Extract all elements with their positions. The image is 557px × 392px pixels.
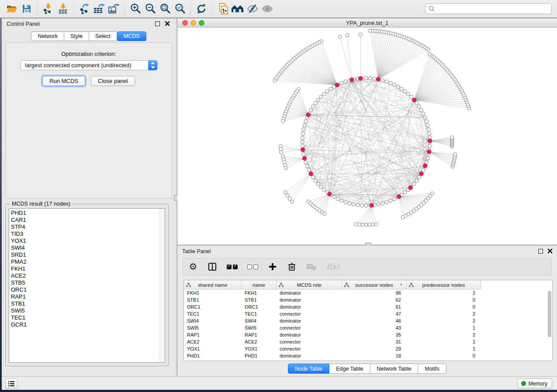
mcds-result-item[interactable]: TEC1 bbox=[11, 314, 159, 321]
table-cell: 47 bbox=[342, 310, 407, 317]
float-panel-icon[interactable] bbox=[538, 249, 543, 254]
houses-icon[interactable] bbox=[230, 2, 245, 16]
column-header-label: name bbox=[253, 282, 265, 288]
run-mcds-button[interactable]: Run MCDS bbox=[42, 76, 85, 86]
mcds-result-list: PHD1CAR1STP4TID3YOX1SWI4SRD1PMA2FKH1ACE2… bbox=[11, 210, 159, 328]
export-table-icon[interactable] bbox=[92, 2, 107, 16]
settings-gear-icon[interactable]: ⚙ bbox=[188, 261, 198, 272]
table-row[interactable]: PHD1PHD1dominator180 bbox=[184, 352, 552, 359]
tab-mcds[interactable]: MCDS bbox=[117, 31, 146, 41]
mcds-result-item[interactable]: STP4 bbox=[11, 224, 159, 230]
table-cell: dominator bbox=[277, 317, 342, 324]
search-input[interactable] bbox=[435, 4, 551, 13]
column-header-label: MCDS role bbox=[297, 282, 321, 288]
table-row[interactable]: SWI4SWI4dominator462 bbox=[184, 317, 552, 324]
tab-network-table[interactable]: Network Table bbox=[370, 364, 419, 374]
toolbar-separator bbox=[212, 2, 212, 15]
mcds-result-item[interactable]: FKH1 bbox=[11, 265, 159, 272]
table-cell: 1 bbox=[407, 338, 481, 345]
columns-icon[interactable] bbox=[208, 261, 217, 272]
mcds-result-item[interactable]: PHD1 bbox=[11, 210, 159, 217]
table-cell: ACE2 bbox=[184, 338, 242, 345]
mcds-result-item[interactable]: PMA2 bbox=[11, 258, 159, 265]
zoom-out-icon[interactable] bbox=[143, 2, 158, 16]
select-all-icon[interactable] bbox=[227, 261, 238, 272]
mcds-result-item[interactable]: SWI4 bbox=[11, 244, 159, 251]
table-scrollbar[interactable] bbox=[547, 290, 552, 361]
table-row[interactable]: RAP1RAP1dominator352 bbox=[184, 331, 552, 338]
network-titlebar: YPA_prune.txt_1 bbox=[177, 18, 557, 28]
column-header-MCDS-role[interactable]: MCDS role bbox=[277, 280, 342, 289]
close-panel-icon[interactable] bbox=[164, 21, 170, 27]
scrollbar-thumb[interactable] bbox=[548, 291, 551, 337]
tab-network[interactable]: Network bbox=[31, 31, 64, 41]
table-row[interactable]: ACE2ACE2connector311 bbox=[184, 338, 552, 345]
mcds-result-item[interactable]: STB5 bbox=[11, 279, 159, 286]
tab-motifs[interactable]: Motifs bbox=[418, 364, 446, 374]
table-cell: dominator bbox=[277, 331, 342, 338]
table-cell: 0 bbox=[407, 296, 481, 303]
zoom-in-icon[interactable] bbox=[128, 2, 143, 16]
tab-node-table[interactable]: Node Table bbox=[288, 364, 329, 374]
float-panel-icon[interactable] bbox=[155, 21, 160, 26]
mcds-result-item[interactable]: TID3 bbox=[11, 230, 159, 237]
table-cell: TEC1 bbox=[184, 310, 242, 317]
export-image-icon[interactable] bbox=[107, 2, 121, 16]
add-column-icon[interactable] bbox=[268, 261, 277, 272]
list-scrollbar[interactable] bbox=[159, 209, 165, 362]
control-panel-title: Control Panel bbox=[7, 21, 40, 27]
mcds-result-item[interactable]: GCR1 bbox=[11, 321, 159, 328]
mcds-result-item[interactable]: CAR1 bbox=[11, 217, 159, 224]
zoom-fit-icon[interactable] bbox=[158, 2, 173, 16]
close-panel-icon[interactable] bbox=[547, 248, 553, 254]
column-header-label: predecessor nodes bbox=[422, 282, 465, 288]
status-bar: Memory bbox=[2, 376, 557, 390]
table-row[interactable]: YOX1YOX1connector291 bbox=[184, 345, 552, 352]
clone-network-icon[interactable] bbox=[215, 2, 230, 16]
column-header-predecessor-nodes[interactable]: predecessor nodes bbox=[407, 280, 481, 289]
show-network-eye-icon[interactable] bbox=[260, 2, 275, 16]
table-cell: 46 bbox=[342, 317, 407, 324]
mcds-result-item[interactable]: ORC1 bbox=[11, 286, 159, 293]
tab-select[interactable]: Select bbox=[89, 31, 117, 41]
import-table-icon[interactable] bbox=[55, 2, 70, 16]
table-row[interactable]: FKH1FKH1dominator962 bbox=[184, 289, 552, 296]
tab-edge-table[interactable]: Edge Table bbox=[329, 364, 370, 374]
table-row[interactable]: ORC1ORC1dominator610 bbox=[184, 303, 552, 310]
table-cell: FKH1 bbox=[242, 289, 277, 296]
tab-style[interactable]: Style bbox=[64, 31, 89, 41]
column-header-name[interactable]: name bbox=[242, 280, 277, 289]
export-network-icon[interactable] bbox=[77, 2, 92, 16]
task-history-button[interactable] bbox=[5, 378, 17, 389]
table-cell: SWI5 bbox=[184, 324, 242, 331]
memory-button[interactable]: Memory bbox=[517, 378, 552, 389]
optimization-criterion-select[interactable]: largest connected component (undirected) bbox=[21, 60, 158, 70]
table-row[interactable]: TEC1TEC1connector472 bbox=[184, 310, 552, 317]
network-window: YPA_prune.txt_1 bbox=[177, 18, 557, 244]
column-header-shared-name[interactable]: shared name bbox=[184, 280, 242, 289]
mcds-result-item[interactable]: YOX1 bbox=[11, 237, 159, 244]
network-canvas[interactable] bbox=[177, 28, 557, 244]
mcds-result-item[interactable]: SWI5 bbox=[11, 307, 159, 314]
refresh-icon[interactable] bbox=[194, 2, 209, 16]
close-panel-button[interactable]: Close panel bbox=[91, 76, 135, 86]
table-row[interactable]: SWI5SWI5connector431 bbox=[184, 324, 552, 331]
hide-network-eye-icon[interactable] bbox=[245, 2, 260, 16]
trash-icon[interactable] bbox=[287, 261, 297, 272]
table-cell: FKH1 bbox=[184, 289, 242, 296]
save-icon[interactable] bbox=[19, 2, 34, 16]
import-network-icon[interactable] bbox=[41, 2, 55, 16]
control-tabs: NetworkStyleSelectMCDS bbox=[2, 31, 176, 41]
mcds-result-item[interactable]: RAP1 bbox=[11, 293, 159, 300]
table-cell: 1 bbox=[407, 324, 481, 331]
table-cell: PHD1 bbox=[242, 352, 277, 359]
mcds-result-item[interactable]: ACE2 bbox=[11, 272, 159, 279]
column-header-successor-nodes[interactable]: successor nodes⌄ bbox=[342, 280, 407, 289]
toolbar-separator bbox=[125, 2, 125, 15]
zoom-selected-icon[interactable] bbox=[173, 2, 187, 16]
open-icon[interactable] bbox=[4, 2, 19, 16]
deselect-all-icon[interactable] bbox=[247, 261, 258, 272]
table-row[interactable]: STB1STB1dominator620 bbox=[184, 296, 552, 303]
mcds-result-item[interactable]: SRD1 bbox=[11, 251, 159, 258]
mcds-result-item[interactable]: STB1 bbox=[11, 300, 159, 307]
